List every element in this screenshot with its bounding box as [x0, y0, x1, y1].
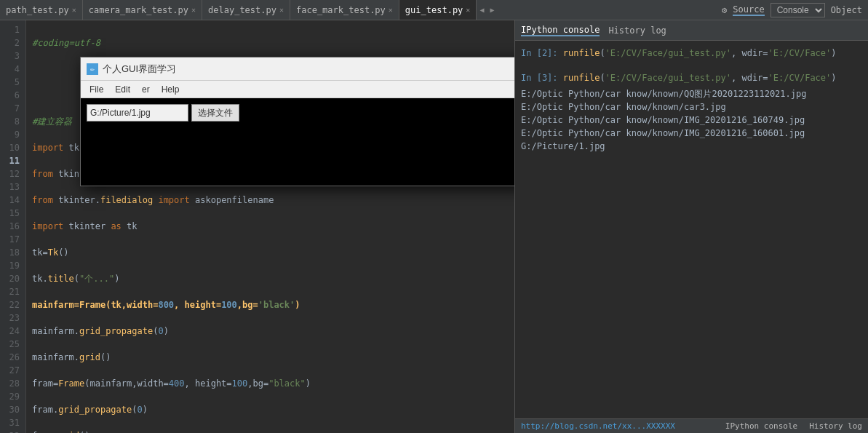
tab-close-delay-test[interactable]: ✕ — [279, 6, 284, 14]
console-out-2: E:/Optic Python/car know/known/car3.jpg — [521, 100, 862, 114]
tab-label: gui_test.py — [405, 5, 463, 15]
gui-select-file-button[interactable]: 选择文件 — [191, 104, 239, 122]
object-label: Object — [831, 5, 862, 15]
gui-menu-edit[interactable]: Edit — [109, 81, 136, 98]
view-mode-select[interactable]: Console — [771, 3, 825, 17]
tab-path-test[interactable]: path_test.py ✕ — [0, 0, 83, 20]
tab-history-bottom[interactable]: History log — [809, 421, 862, 431]
gui-menubar: File Edit er Help — [81, 81, 515, 98]
gui-window-icon: ✏ — [87, 63, 98, 75]
source-label[interactable]: Source — [733, 4, 764, 16]
code-line-11: mainfarm=Frame(tk,width=800, height=100,… — [32, 298, 509, 311]
gui-menu-er[interactable]: er — [136, 81, 156, 98]
tab-history-log[interactable]: History log — [608, 25, 666, 36]
tab-label: camera_mark_test.py — [89, 5, 188, 15]
console-toolbar: IPython console History log — [515, 20, 868, 41]
tab-label: delay_test.py — [208, 5, 276, 15]
console-bottom-bar: http://blog.csdn.net/xx...XXXXXX IPython… — [515, 418, 868, 433]
code-line-9: tk=Tk() — [32, 246, 509, 259]
tab-close-camera-mark[interactable]: ✕ — [191, 6, 196, 14]
tab-close-gui-test[interactable]: ✕ — [466, 6, 470, 14]
tab-camera-mark[interactable]: camera_mark_test.py ✕ — [83, 0, 202, 20]
code-line-14: fram=Frame(mainfarm,width=400, height=10… — [32, 377, 509, 390]
tab-gui-test[interactable]: gui_test.py ✕ — [399, 0, 477, 20]
console-blank-1 — [521, 63, 862, 71]
main-area: 12345 678910 11 1213141516 1718192021 22… — [0, 20, 868, 433]
code-line-16: fram.grid() — [32, 429, 509, 433]
line-numbers: 12345 678910 11 1213141516 1718192021 22… — [0, 20, 26, 433]
tab-close-face-mark[interactable]: ✕ — [389, 6, 393, 14]
code-line-15: fram.grid_propagate(0) — [32, 403, 509, 416]
tab-delay-test[interactable]: delay_test.py ✕ — [202, 0, 290, 20]
toolbar-right: ⚙ Source Console Object — [722, 3, 868, 17]
gui-filepath-entry[interactable]: G:/Picture/1.jpg — [87, 104, 188, 122]
tab-face-mark[interactable]: face_mark_test.py ✕ — [290, 0, 399, 20]
console-out-1: E:/Optic Python/car know/known/QQ图片20201… — [521, 87, 862, 100]
code-line-1: #coding=utf-8 — [32, 36, 509, 49]
gui-menu-help[interactable]: Help — [156, 81, 186, 98]
console-line-in3: In [3]: runfile('E:/CV/Face/gui_test.py'… — [521, 71, 862, 84]
code-line-12: mainfarm.grid_propagate(0) — [32, 325, 509, 338]
console-tabs: IPython console History log — [521, 20, 666, 40]
console-content: In [2]: runfile('E:/CV/Face/gui_test.py'… — [515, 41, 868, 418]
gui-titlebar: ✏ 个人GUI界面学习 ─ □ ✕ — [81, 57, 515, 81]
tab-nav-prev[interactable]: ◀ — [477, 6, 487, 14]
tab-ipython-console[interactable]: IPython console — [521, 25, 600, 36]
console-out-3: E:/Optic Python/car know/known/IMG_20201… — [521, 114, 862, 127]
code-line-13: mainfarm.grid() — [32, 351, 509, 364]
tab-bar: path_test.py ✕ camera_mark_test.py ✕ del… — [0, 0, 868, 20]
tab-close-path-test[interactable]: ✕ — [72, 6, 76, 14]
code-line-8: import tkinter as tk — [32, 220, 509, 233]
tab-ipython-bottom[interactable]: IPython console — [725, 421, 797, 431]
gui-body: G:/Picture/1.jpg 选择文件 — [81, 98, 515, 186]
console-pane: IPython console History log In [2]: runf… — [515, 20, 868, 433]
gui-window-title: 个人GUI界面学习 — [103, 63, 515, 76]
tab-label: face_mark_test.py — [296, 5, 386, 15]
console-line-in2: In [2]: runfile('E:/CV/Face/gui_test.py'… — [521, 47, 862, 60]
editor-pane[interactable]: 12345 678910 11 1213141516 1718192021 22… — [0, 20, 515, 433]
gui-window: ✏ 个人GUI界面学习 ─ □ ✕ File Edit er Help G:/P… — [80, 57, 515, 186]
code-line-10: tk.title("个...") — [32, 272, 509, 285]
gear-icon[interactable]: ⚙ — [722, 5, 727, 15]
console-url: http://blog.csdn.net/xx...XXXXXX — [521, 421, 675, 431]
code-line-7: from tkinter.filedialog import askopenfi… — [32, 194, 509, 207]
gui-menu-file[interactable]: File — [84, 81, 109, 98]
console-out-5: G:/Picture/1.jpg — [521, 140, 862, 153]
tab-nav-next[interactable]: ▶ — [487, 6, 497, 14]
console-out-4: E:/Optic Python/car know/known/IMG_20201… — [521, 127, 862, 140]
tab-label: path_test.py — [6, 5, 69, 15]
